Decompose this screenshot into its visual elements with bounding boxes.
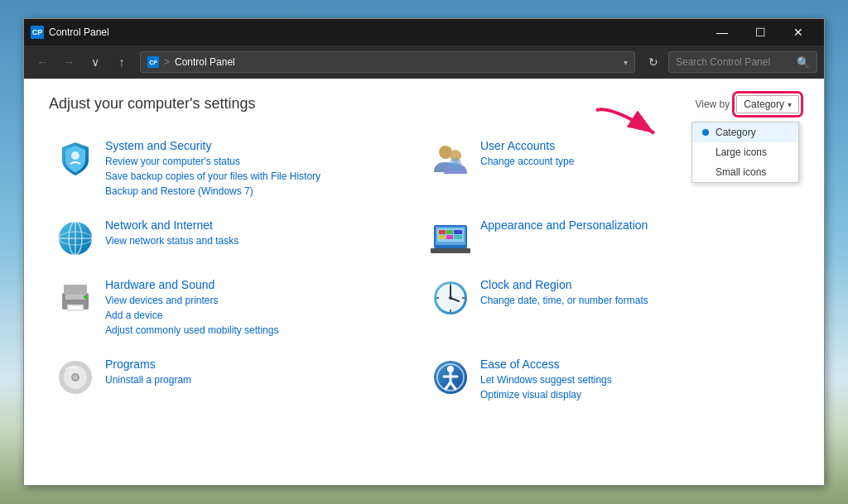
- system-security-link-1[interactable]: Review your computer's status: [105, 154, 417, 169]
- title-bar: CP Control Panel — ☐ ✕: [24, 19, 824, 46]
- svg-point-1: [71, 151, 80, 160]
- hardware-sound-title[interactable]: Hardware and Sound: [105, 278, 417, 291]
- appearance-icon: [431, 218, 470, 258]
- network-internet-link-1[interactable]: View network status and tasks: [105, 233, 417, 248]
- dropdown-selected-indicator: [702, 129, 709, 136]
- back-button[interactable]: ←: [31, 50, 54, 74]
- category-clock-region: Clock and Region Change date, time, or n…: [424, 268, 799, 348]
- dropdown-item-small-icons[interactable]: Small icons: [692, 162, 798, 182]
- hardware-sound-icon: [55, 278, 95, 318]
- view-by-dropdown-menu: Category Large icons Small icons: [691, 122, 799, 183]
- svg-rect-22: [64, 285, 87, 295]
- content-area: Adjust your computer's settings View by …: [24, 79, 824, 485]
- categories-grid: System and Security Review your computer…: [49, 129, 799, 412]
- title-bar-buttons: — ☐ ✕: [703, 19, 817, 46]
- control-panel-window: CP Control Panel — ☐ ✕ ← → ∨ ↑ CP > Cont…: [23, 18, 825, 486]
- close-button[interactable]: ✕: [779, 19, 817, 46]
- window-icon: CP: [31, 26, 44, 39]
- svg-rect-14: [439, 230, 446, 234]
- network-internet-icon: [55, 218, 95, 258]
- svg-rect-21: [65, 295, 85, 300]
- system-security-icon: [55, 139, 95, 179]
- system-security-text: System and Security Review your computer…: [105, 139, 417, 199]
- minimize-button[interactable]: —: [703, 19, 741, 46]
- appearance-text: Appearance and Personalization: [480, 218, 793, 233]
- ease-of-access-title[interactable]: Ease of Access: [480, 358, 793, 371]
- svg-point-25: [84, 295, 87, 299]
- refresh-button[interactable]: ↻: [642, 50, 665, 74]
- view-by-label: View by: [695, 98, 730, 110]
- clock-region-text: Clock and Region Change date, time, or n…: [480, 278, 793, 308]
- page-title: Adjust your computer's settings: [49, 95, 799, 113]
- nav-bar: ← → ∨ ↑ CP > Control Panel ▾ ↻ Search Co…: [24, 46, 824, 79]
- view-by-dropdown[interactable]: Category ▾: [736, 95, 799, 113]
- address-dropdown-arrow[interactable]: ▾: [624, 58, 628, 67]
- ease-of-access-text: Ease of Access Let Windows suggest setti…: [480, 358, 793, 402]
- hardware-sound-link-3[interactable]: Adjust commonly used mobility settings: [105, 323, 417, 338]
- network-internet-text: Network and Internet View network status…: [105, 218, 417, 248]
- category-appearance: Appearance and Personalization: [424, 209, 799, 268]
- desktop: CP Control Panel — ☐ ✕ ← → ∨ ↑ CP > Cont…: [0, 0, 848, 504]
- dropdown-item-large-icons[interactable]: Large icons: [692, 142, 798, 162]
- window-title: Control Panel: [49, 26, 703, 38]
- category-hardware-sound: Hardware and Sound View devices and prin…: [49, 268, 424, 348]
- svg-rect-24: [69, 306, 82, 310]
- hardware-sound-link-1[interactable]: View devices and printers: [105, 293, 417, 308]
- forward-button[interactable]: →: [57, 50, 80, 74]
- category-ease-of-access: Ease of Access Let Windows suggest setti…: [424, 348, 799, 412]
- search-bar[interactable]: Search Control Panel 🔍: [668, 51, 817, 73]
- dropdown-item-category[interactable]: Category: [692, 122, 798, 142]
- dropdown-item-label: Small icons: [716, 166, 766, 178]
- svg-rect-17: [439, 235, 446, 239]
- svg-rect-19: [454, 235, 462, 239]
- programs-link-1[interactable]: Uninstall a program: [105, 372, 417, 387]
- address-separator: >: [164, 56, 170, 68]
- network-internet-title[interactable]: Network and Internet: [105, 218, 417, 232]
- programs-title[interactable]: Programs: [105, 358, 417, 371]
- ease-of-access-icon: [431, 358, 470, 397]
- clock-region-title[interactable]: Clock and Region: [480, 278, 793, 291]
- maximize-button[interactable]: ☐: [741, 19, 779, 46]
- hardware-sound-link-2[interactable]: Add a device: [105, 308, 417, 323]
- clock-region-link-1[interactable]: Change date, time, or number formats: [480, 293, 793, 308]
- view-by-caret: ▾: [788, 100, 792, 109]
- ease-of-access-link-2[interactable]: Optimize visual display: [480, 387, 793, 402]
- svg-rect-18: [446, 235, 453, 239]
- address-text: Control Panel: [175, 56, 235, 68]
- dropdown-empty-indicator: [702, 169, 709, 175]
- appearance-title[interactable]: Appearance and Personalization: [480, 218, 793, 232]
- up-button[interactable]: ↑: [110, 50, 133, 74]
- system-security-link-3[interactable]: Backup and Restore (Windows 7): [105, 184, 417, 199]
- svg-rect-16: [454, 230, 462, 234]
- svg-rect-15: [446, 230, 453, 234]
- ease-of-access-link-1[interactable]: Let Windows suggest settings: [480, 372, 793, 387]
- address-bar[interactable]: CP > Control Panel ▾: [140, 51, 635, 73]
- search-placeholder: Search Control Panel: [676, 56, 793, 68]
- view-by-selected: Category: [744, 98, 784, 110]
- address-icon: CP: [147, 56, 159, 68]
- programs-text: Programs Uninstall a program: [105, 358, 417, 387]
- clock-region-icon: [431, 278, 470, 318]
- category-programs: Programs Uninstall a program: [49, 348, 424, 412]
- dropdown-item-label: Category: [716, 127, 756, 138]
- category-system-security: System and Security Review your computer…: [49, 129, 424, 209]
- dropdown-item-label: Large icons: [716, 146, 767, 158]
- svg-rect-13: [431, 248, 470, 253]
- dropdown-empty-indicator: [702, 149, 709, 156]
- user-accounts-icon: [431, 139, 470, 179]
- recent-button[interactable]: ∨: [84, 50, 107, 74]
- svg-point-38: [73, 375, 78, 380]
- view-by-row: View by Category ▾: [695, 95, 799, 113]
- hardware-sound-text: Hardware and Sound View devices and prin…: [105, 278, 417, 338]
- category-network-internet: Network and Internet View network status…: [49, 209, 424, 268]
- search-icon: 🔍: [797, 56, 810, 69]
- system-security-title[interactable]: System and Security: [105, 139, 417, 152]
- programs-icon: [55, 358, 95, 397]
- system-security-link-2[interactable]: Save backup copies of your files with Fi…: [105, 169, 417, 184]
